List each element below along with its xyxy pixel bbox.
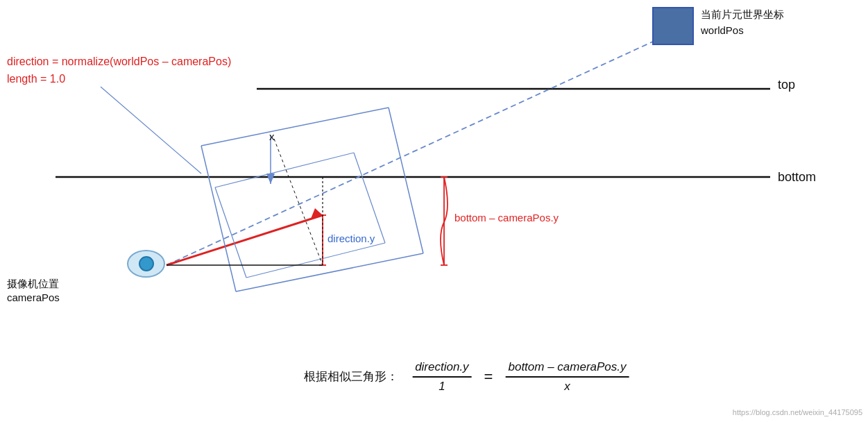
formula-equals: = [484,368,493,386]
world-pos-box [652,7,694,45]
watermark: https://blog.csdn.net/weixin_44175095 [733,408,862,416]
formula-area: 根据相似三角形： direction.y 1 = bottom – camera… [304,360,629,394]
camera-chinese-label: 摄像机位置 [7,278,59,291]
formula-denominator-right: x [561,378,573,394]
svg-line-11 [215,153,354,187]
svg-marker-15 [266,174,275,184]
svg-line-8 [236,253,423,292]
svg-line-7 [201,108,389,146]
camera-eye [127,250,165,278]
formula-fraction-right: bottom – cameraPos.y x [505,360,629,394]
bottom-label: bottom [778,170,816,185]
formula-numerator-left: direction.y [412,360,471,378]
camera-pupil [139,256,154,271]
direction-formula-label: direction = normalize(worldPos – cameraP… [7,56,231,68]
svg-line-2 [167,29,680,265]
svg-line-25 [274,139,323,265]
svg-line-9 [389,108,423,253]
direction-y-label: direction.y [327,233,375,244]
svg-line-4 [167,215,323,265]
formula-numerator-right: bottom – cameraPos.y [505,360,629,378]
svg-line-12 [246,243,385,278]
length-label: length = 1.0 [7,73,65,85]
formula-denominator-left: 1 [436,378,448,394]
top-label: top [778,78,795,92]
formula-fraction-left: direction.y 1 [412,360,471,394]
bottom-camera-label: bottom – cameraPos.y [454,212,559,223]
camera-english-label: cameraPos [7,292,60,303]
x-label: x [269,130,275,142]
svg-line-6 [201,146,236,292]
worldpos-english-label: worldPos [701,24,744,36]
main-diagram: 当前片元世界坐标 worldPos top bottom direction =… [0,0,868,422]
worldpos-chinese-label: 当前片元世界坐标 [701,8,784,22]
formula-label: 根据相似三角形： [304,369,398,385]
svg-line-24 [101,87,201,174]
svg-line-10 [215,187,246,278]
